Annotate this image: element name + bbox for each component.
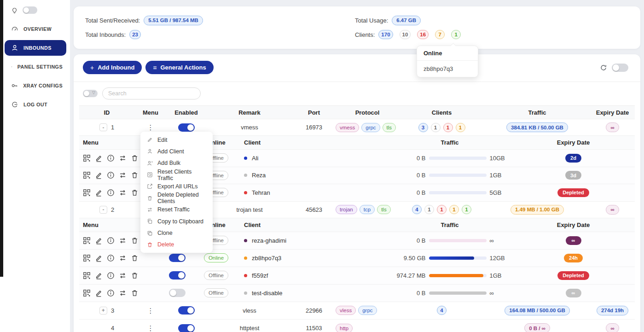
menu-item-delete[interactable]: Delete bbox=[140, 239, 213, 250]
reset-traffic-icon[interactable] bbox=[119, 289, 127, 297]
qr-code-icon[interactable] bbox=[83, 154, 91, 162]
sidebar-item-xray-configs[interactable]: XRAY CONFIGS bbox=[5, 78, 66, 93]
trash-icon[interactable] bbox=[131, 189, 139, 197]
info-circle-icon[interactable] bbox=[107, 154, 115, 162]
menu-item-reset-clients-traffic[interactable]: Reset Clients Traffic bbox=[140, 169, 213, 181]
filter-toggle[interactable]: ▽ bbox=[83, 90, 98, 97]
inbound-row-4: 4 ⋮ httptest 11503 http 0 B / ∞ ∞ bbox=[79, 320, 635, 332]
sidebar-item-inbounds[interactable]: INBOUNDS bbox=[5, 40, 66, 56]
inbound-row-3: + 3 ⋮ vless 22966 vless grpc 4 164.08 MB… bbox=[79, 302, 635, 320]
info-circle-icon[interactable] bbox=[107, 272, 115, 280]
enabled-toggle[interactable] bbox=[178, 324, 195, 332]
theme-toggle[interactable] bbox=[23, 6, 37, 14]
clients-count-expiring[interactable]: 7 bbox=[435, 30, 445, 39]
key-icon bbox=[11, 82, 18, 89]
clipboard-icon bbox=[147, 218, 153, 224]
expand-button[interactable]: + bbox=[99, 307, 107, 315]
qr-code-icon[interactable] bbox=[83, 254, 91, 262]
auto-refresh-toggle[interactable] bbox=[612, 64, 628, 72]
info-circle-icon[interactable] bbox=[107, 254, 115, 262]
enabled-toggle[interactable] bbox=[178, 123, 195, 132]
theme-row bbox=[5, 5, 66, 15]
subheader-expiry: Expiry Date bbox=[512, 221, 635, 228]
client-count: 3 bbox=[418, 123, 428, 132]
info-circle-icon[interactable] bbox=[107, 289, 115, 297]
table-header: ID Menu Enabled Remark Port Protocol Cli… bbox=[79, 105, 635, 119]
menu-item-add-bulk[interactable]: Add Bulk bbox=[140, 157, 213, 169]
edit-pencil-icon[interactable] bbox=[95, 289, 103, 297]
toolbar: + Add Inbound ≡ General Actions bbox=[79, 61, 635, 74]
enabled-toggle[interactable] bbox=[178, 306, 195, 315]
trash-icon[interactable] bbox=[131, 171, 139, 179]
subheader-traffic: Traffic bbox=[388, 139, 512, 146]
expiry-badge: 2d bbox=[565, 154, 581, 163]
menu-item-delete-depleted-clients[interactable]: Delete Depleted Clients bbox=[140, 192, 213, 204]
general-actions-button[interactable]: ≡ General Actions bbox=[145, 61, 213, 74]
protocol-tag: tls bbox=[377, 205, 391, 214]
edit-pencil-icon[interactable] bbox=[95, 237, 103, 245]
info-circle-icon[interactable] bbox=[107, 171, 115, 179]
edit-pencil-icon[interactable] bbox=[95, 254, 103, 262]
sidebar-item-overview[interactable]: OVERVIEW bbox=[5, 21, 66, 37]
reset-traffic-icon[interactable] bbox=[119, 189, 127, 197]
clients-count-depleted[interactable]: 16 bbox=[417, 30, 429, 39]
menu-item-copy-to-clipboard[interactable]: Copy to Clipboard bbox=[140, 216, 213, 227]
info-circle-icon[interactable] bbox=[107, 237, 115, 245]
inbound-context-menu: Edit Add Client Add Bulk Reset Clients T… bbox=[140, 132, 213, 253]
sidebar-item-log-out[interactable]: LOG OUT bbox=[5, 97, 66, 112]
protocol-tag: vmess bbox=[336, 123, 359, 132]
client-name: Tehran bbox=[252, 189, 270, 196]
reset-traffic-icon[interactable] bbox=[119, 171, 127, 179]
edit-pencil-icon[interactable] bbox=[95, 272, 103, 280]
menu-item-export-all-urls[interactable]: Export All URLs bbox=[140, 181, 213, 192]
menu-item-label: Add Client bbox=[157, 148, 184, 155]
trash-icon[interactable] bbox=[131, 289, 139, 297]
qr-code-icon[interactable] bbox=[83, 237, 91, 245]
trash-icon[interactable] bbox=[131, 254, 139, 262]
collapse-button[interactable]: - bbox=[99, 206, 107, 214]
reset-traffic-icon[interactable] bbox=[119, 237, 127, 245]
reset-traffic-icon[interactable] bbox=[119, 254, 127, 262]
refresh-icon[interactable] bbox=[600, 64, 607, 71]
menu-item-add-client[interactable]: Add Client bbox=[140, 146, 213, 157]
edit-pencil-icon[interactable] bbox=[95, 154, 103, 162]
trash-icon[interactable] bbox=[131, 154, 139, 162]
reset-traffic-icon[interactable] bbox=[119, 154, 127, 162]
qr-code-icon[interactable] bbox=[83, 272, 91, 280]
row-menu-dots-icon[interactable]: ⋮ bbox=[147, 124, 154, 131]
port: 22966 bbox=[293, 307, 335, 314]
search-input[interactable] bbox=[102, 87, 201, 99]
client-enabled-toggle[interactable] bbox=[169, 254, 186, 262]
clients-count-deactive[interactable]: 10 bbox=[400, 30, 411, 39]
qr-code-icon[interactable] bbox=[83, 289, 91, 297]
left-edge-strip bbox=[0, 0, 3, 277]
qr-code-icon[interactable] bbox=[83, 189, 91, 197]
trash-icon[interactable] bbox=[131, 272, 139, 280]
client-enabled-toggle[interactable] bbox=[169, 271, 186, 280]
menu-item-label: Delete Depleted Clients bbox=[157, 192, 206, 204]
menu-item-label: Export All URLs bbox=[157, 183, 198, 190]
clients-count-total[interactable]: 170 bbox=[378, 30, 393, 39]
menu-item-edit[interactable]: Edit bbox=[140, 134, 213, 146]
trash-icon bbox=[147, 242, 153, 248]
trash-icon[interactable] bbox=[131, 237, 139, 245]
edit-pencil-icon[interactable] bbox=[95, 189, 103, 197]
edit-pencil-icon[interactable] bbox=[95, 171, 103, 179]
info-circle-icon[interactable] bbox=[107, 189, 115, 197]
client-count: 1 bbox=[437, 205, 447, 214]
menu-item-reset-traffic[interactable]: Reset Traffic bbox=[140, 204, 213, 216]
menu-item-clone[interactable]: Clone bbox=[140, 227, 213, 239]
collapse-button[interactable]: - bbox=[99, 123, 107, 131]
add-inbound-button[interactable]: + Add Inbound bbox=[83, 61, 142, 74]
sidebar-item-panel-settings[interactable]: PANEL SETTINGS bbox=[5, 59, 66, 75]
subheader-client: Client bbox=[236, 139, 388, 146]
remark: vmess bbox=[206, 124, 293, 131]
expiry-pill: ∞ bbox=[606, 205, 619, 215]
row-menu-dots-icon[interactable]: ⋮ bbox=[147, 307, 154, 314]
reset-traffic-icon[interactable] bbox=[119, 272, 127, 280]
clients-count-online[interactable]: 1 bbox=[451, 30, 461, 39]
client-enabled-toggle[interactable] bbox=[169, 289, 186, 297]
search-row: ▽ bbox=[79, 82, 635, 99]
qr-code-icon[interactable] bbox=[83, 171, 91, 179]
row-menu-dots-icon[interactable]: ⋮ bbox=[147, 325, 154, 332]
